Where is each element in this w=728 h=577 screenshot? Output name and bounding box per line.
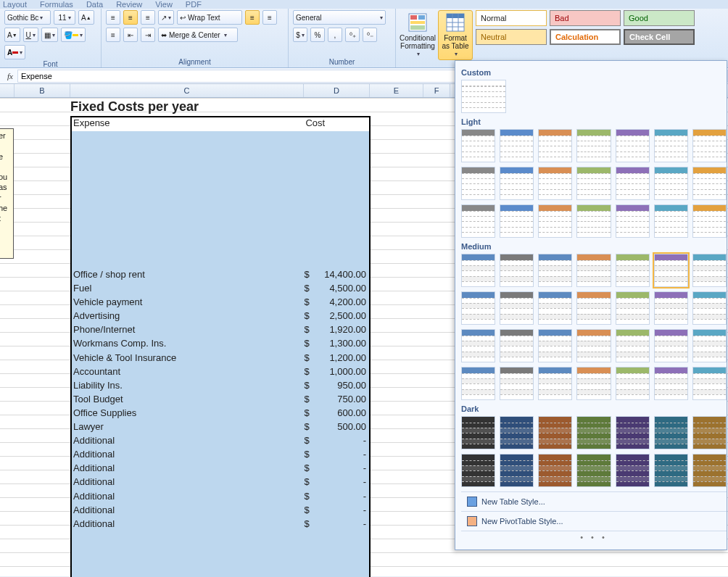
new-pivottable-style[interactable]: New PivotTable Style... [461, 511, 727, 531]
table-style-swatch[interactable] [461, 129, 495, 162]
table-style-swatch[interactable] [500, 454, 534, 487]
column-header-C[interactable]: C [70, 84, 304, 97]
table-style-swatch[interactable] [692, 367, 727, 400]
increase-indent-button[interactable]: ⇥ [141, 28, 155, 42]
table-style-swatch[interactable] [538, 416, 572, 449]
table-style-swatch[interactable] [538, 367, 572, 400]
table-style-swatch[interactable] [654, 329, 688, 362]
decrease-decimal-button[interactable]: ⁰₋ [363, 28, 377, 42]
table-style-swatch[interactable] [461, 454, 495, 487]
align-center-button[interactable]: ≡ [262, 10, 277, 25]
cell-style-neutral[interactable]: Neutral [476, 29, 547, 45]
table-style-swatch[interactable] [461, 367, 495, 400]
align-top-button[interactable]: ≡ [106, 10, 120, 25]
table-row[interactable]: Additional$- [72, 476, 369, 490]
table-style-swatch[interactable] [500, 329, 534, 362]
table-style-swatch[interactable] [692, 329, 727, 362]
align-left-button[interactable]: ≡ [245, 10, 260, 25]
column-header-B[interactable]: B [15, 84, 70, 97]
table-style-swatch[interactable] [461, 204, 495, 238]
tab-pdf[interactable]: PDF [186, 0, 202, 9]
shrink-font-button[interactable]: A▼ [4, 28, 20, 42]
table-style-swatch[interactable] [616, 416, 650, 449]
table-style-swatch[interactable] [576, 167, 611, 200]
table-style-swatch[interactable] [576, 416, 611, 449]
table-row[interactable]: Vehicle payment$4,200.00 [72, 296, 369, 310]
decrease-indent-button[interactable]: ⇤ [123, 28, 138, 42]
table-row[interactable]: Fuel$4,500.00 [72, 283, 369, 296]
font-color-button[interactable]: A▾ [4, 45, 25, 59]
table-row[interactable]: Liability Ins.$950.00 [72, 380, 369, 394]
column-header-D[interactable]: D [304, 84, 370, 97]
table-row[interactable]: Tool Budget$750.00 [72, 394, 369, 407]
number-format-select[interactable]: General▾ [293, 10, 386, 25]
format-as-table-button[interactable]: Format as Table▾ [438, 10, 473, 60]
table-style-swatch[interactable] [576, 129, 611, 162]
table-style-swatch[interactable] [461, 329, 495, 362]
table-style-swatch[interactable] [654, 129, 688, 162]
table-style-swatch[interactable] [500, 416, 534, 449]
table-style-swatch[interactable] [538, 454, 572, 487]
table-style-swatch[interactable] [538, 254, 572, 287]
table-style-swatch[interactable] [576, 291, 611, 325]
table-style-swatch[interactable] [461, 80, 506, 113]
table-style-swatch[interactable] [692, 291, 727, 325]
table-row[interactable]: Phone/Internet$1,920.00 [72, 324, 369, 338]
table-row[interactable]: Additional$- [72, 435, 369, 449]
percent-button[interactable]: % [310, 28, 325, 42]
tab-review[interactable]: Review [116, 0, 142, 9]
table-row[interactable]: Advertising$2,500.00 [72, 310, 369, 324]
table-style-swatch[interactable] [576, 454, 611, 487]
table-row[interactable]: Additional$- [72, 449, 369, 462]
table-row[interactable]: Additional$- [72, 491, 369, 505]
cell-style-bad[interactable]: Bad [550, 10, 621, 26]
table-style-swatch[interactable] [654, 254, 688, 287]
select-all-corner[interactable] [0, 84, 15, 97]
cell-style-good[interactable]: Good [624, 10, 695, 26]
table-row[interactable]: Workmans Comp. Ins.$1,300.00 [72, 338, 369, 352]
currency-button[interactable]: $▾ [293, 28, 307, 42]
increase-decimal-button[interactable]: ⁰₊ [345, 28, 360, 42]
table-style-swatch[interactable] [538, 129, 572, 162]
table-style-swatch[interactable] [692, 129, 727, 162]
table-style-swatch[interactable] [461, 254, 495, 287]
table-style-swatch[interactable] [500, 167, 534, 200]
table-row[interactable]: Office Supplies$600.00 [72, 407, 369, 421]
column-header-F[interactable]: F [423, 84, 450, 97]
align-right-button[interactable]: ≡ [106, 28, 120, 42]
tab-data[interactable]: Data [86, 0, 103, 9]
table-style-swatch[interactable] [538, 167, 572, 200]
table-style-swatch[interactable] [576, 204, 611, 238]
table-style-swatch[interactable] [500, 254, 534, 287]
table-row[interactable]: Vehicle & Tool Insurance$1,200.00 [72, 352, 369, 366]
tab-layout[interactable]: Layout [3, 0, 27, 9]
table-style-swatch[interactable] [500, 204, 534, 238]
wrap-text-button[interactable]: ↩Wrap Text [177, 10, 242, 25]
orientation-button[interactable]: ↗▾ [158, 10, 174, 25]
align-bottom-button[interactable]: ≡ [141, 10, 155, 25]
selected-range[interactable]: Expense Cost Office / shop rent$14,400.0… [70, 116, 371, 577]
table-style-swatch[interactable] [461, 167, 495, 200]
table-row[interactable]: Additional$- [72, 518, 369, 532]
tab-formulas[interactable]: Formulas [40, 0, 73, 9]
cell-style-check-cell[interactable]: Check Cell [624, 29, 695, 45]
table-style-swatch[interactable] [500, 367, 534, 400]
table-style-swatch[interactable] [616, 254, 650, 287]
table-style-swatch[interactable] [500, 291, 534, 325]
align-middle-button[interactable]: ≡ [123, 10, 138, 25]
table-style-swatch[interactable] [654, 291, 688, 325]
table-style-swatch[interactable] [616, 291, 650, 325]
table-style-swatch[interactable] [616, 329, 650, 362]
table-style-swatch[interactable] [576, 254, 611, 287]
table-row[interactable]: Lawyer$500.00 [72, 421, 369, 435]
table-style-swatch[interactable] [616, 367, 650, 400]
table-style-swatch[interactable] [654, 367, 688, 400]
table-style-swatch[interactable] [692, 454, 727, 487]
table-style-swatch[interactable] [616, 454, 650, 487]
font-size-select[interactable]: 11▾ [54, 10, 75, 25]
merge-center-button[interactable]: ⬌Merge & Center▾ [158, 28, 238, 42]
column-header-E[interactable]: E [370, 84, 423, 97]
fill-color-button[interactable]: 🪣▾ [61, 28, 86, 42]
table-style-swatch[interactable] [654, 416, 688, 449]
table-row[interactable]: Accountant$1,000.00 [72, 366, 369, 380]
